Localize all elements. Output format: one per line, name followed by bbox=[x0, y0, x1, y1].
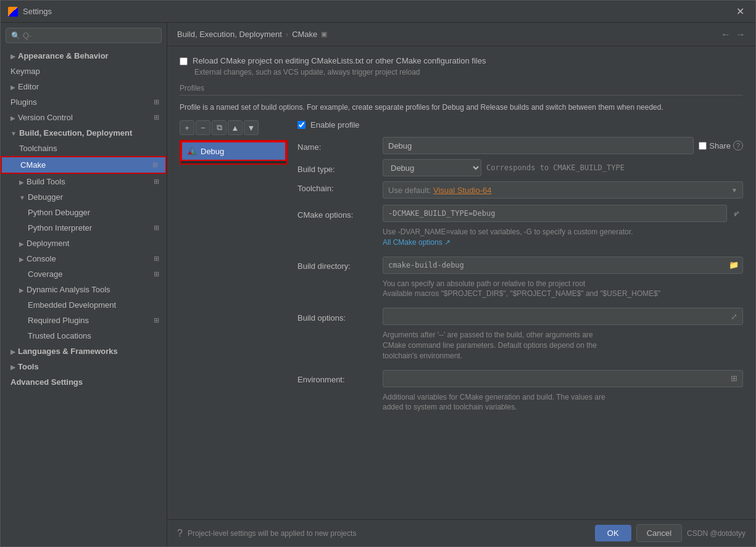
profile-debug-label: Debug bbox=[201, 147, 224, 156]
toolchain-dropdown[interactable]: Use default: Visual Studio-64 ▼ bbox=[383, 181, 743, 199]
env-icon-button[interactable]: ⊞ bbox=[727, 372, 741, 385]
sidebar-item-embedded-dev[interactable]: Embedded Development bbox=[1, 297, 167, 313]
breadcrumb-bar: Build, Execution, Deployment › CMake ▣ ←… bbox=[167, 23, 755, 46]
build-options-expand-btn[interactable]: ⤢ bbox=[727, 310, 741, 323]
expand-arrow: ▶ bbox=[10, 53, 15, 60]
breadcrumb-separator: › bbox=[286, 30, 288, 39]
form-section: Enable profile Name: Share ? bbox=[297, 120, 743, 421]
environment-input[interactable] bbox=[383, 370, 743, 387]
sidebar-item-debugger[interactable]: ▼Debugger bbox=[1, 189, 167, 205]
sidebar-item-dynamic-analysis[interactable]: ▶Dynamic Analysis Tools bbox=[1, 282, 167, 297]
sidebar-item-console[interactable]: ▶Console ⊞ bbox=[1, 251, 167, 266]
copy-profile-button[interactable]: ⧉ bbox=[212, 120, 226, 135]
build-options-input[interactable] bbox=[383, 308, 743, 325]
help-button[interactable]: ? bbox=[177, 528, 183, 539]
corresponds-text: Corresponds to CMAKE_BUILD_TYPE bbox=[486, 163, 625, 172]
add-profile-button[interactable]: + bbox=[180, 120, 194, 135]
build-type-select[interactable]: Debug Release RelWithDebInfo MinSizeRel bbox=[383, 159, 481, 176]
search-box[interactable]: 🔍 bbox=[6, 28, 162, 43]
reload-checkbox[interactable] bbox=[180, 57, 188, 65]
build-type-label: Build type: bbox=[297, 162, 378, 174]
cmake-options-input[interactable] bbox=[383, 205, 727, 222]
sidebar-item-plugins[interactable]: Plugins ⊞ bbox=[1, 94, 167, 110]
build-dir-row: Build directory: 📁 You can specify an ab… bbox=[297, 257, 743, 302]
profiles-desc: Profile is a named set of build options.… bbox=[180, 102, 743, 113]
help-icon[interactable]: ? bbox=[733, 141, 743, 150]
search-icon: 🔍 bbox=[11, 31, 20, 40]
expand-arrow: ▶ bbox=[10, 84, 15, 91]
profile-debug[interactable]: Debug bbox=[181, 141, 286, 161]
name-row: Name: Share ? bbox=[297, 137, 743, 154]
sidebar-item-tools[interactable]: ▶Tools bbox=[1, 359, 167, 374]
sidebar-item-toolchains[interactable]: Toolchains bbox=[1, 141, 167, 156]
cmake-options-link[interactable]: All CMake options ↗ bbox=[383, 238, 451, 247]
move-down-button[interactable]: ▼ bbox=[244, 120, 259, 135]
build-dir-label: Build directory: bbox=[297, 259, 378, 271]
sidebar-item-python-debugger[interactable]: Python Debugger bbox=[1, 205, 167, 220]
share-checkbox[interactable] bbox=[699, 142, 707, 150]
environment-hint: Additional variables for CMake generatio… bbox=[383, 392, 605, 413]
move-up-button[interactable]: ▲ bbox=[228, 120, 243, 135]
enable-profile-checkbox[interactable] bbox=[297, 121, 305, 129]
reload-label: Reload CMake project on editing CMakeLis… bbox=[193, 56, 486, 65]
sidebar-item-build-tools[interactable]: ▶Build Tools ⊞ bbox=[1, 174, 167, 189]
profiles-area: + − ⧉ ▲ ▼ bbox=[180, 120, 743, 421]
name-input[interactable] bbox=[383, 137, 694, 154]
expand-arrow: ▶ bbox=[19, 179, 24, 186]
build-dir-input[interactable] bbox=[383, 257, 743, 274]
sidebar-item-coverage[interactable]: Coverage ⊞ bbox=[1, 266, 167, 282]
profiles-left: + − ⧉ ▲ ▼ bbox=[180, 120, 288, 165]
sidebar-item-required-plugins[interactable]: Required Plugins ⊞ bbox=[1, 313, 167, 328]
environment-label: Environment: bbox=[297, 372, 378, 384]
cancel-button[interactable]: Cancel bbox=[636, 524, 682, 542]
build-options-row: Build options: ⤢ Arguments after '--' ar… bbox=[297, 308, 743, 363]
sidebar-item-appearance[interactable]: ▶Appearance & Behavior bbox=[1, 48, 167, 64]
cmake-icon bbox=[187, 146, 197, 156]
sidebar-item-keymap[interactable]: Keymap bbox=[1, 64, 167, 79]
search-input[interactable] bbox=[23, 31, 156, 40]
expand-arrow: ▼ bbox=[19, 194, 25, 201]
bottom-bar: ? Project-level settings will be applied… bbox=[167, 519, 755, 546]
cmake-options-add-btn[interactable]: + bbox=[729, 207, 742, 220]
sidebar-item-advanced[interactable]: Advanced Settings bbox=[1, 374, 167, 390]
close-button[interactable]: ✕ bbox=[733, 4, 748, 19]
profiles-section-label: Profiles bbox=[180, 84, 743, 96]
expand-arrow: ▶ bbox=[10, 364, 15, 371]
back-button[interactable]: ← bbox=[721, 29, 731, 40]
forward-button[interactable]: → bbox=[736, 29, 746, 40]
share-label: Share bbox=[709, 141, 731, 150]
share-checkbox-wrap: Share ? bbox=[699, 141, 743, 150]
edit-icon[interactable]: ▣ bbox=[321, 30, 327, 38]
name-label: Name: bbox=[297, 140, 378, 152]
expand-arrow: ▶ bbox=[10, 348, 15, 355]
profiles-list: Debug bbox=[180, 140, 288, 165]
sidebar-item-languages[interactable]: ▶Languages & Frameworks bbox=[1, 343, 167, 359]
sidebar-item-trusted-locations[interactable]: Trusted Locations bbox=[1, 328, 167, 343]
folder-icon-button[interactable]: 📁 bbox=[727, 258, 741, 272]
cmake-options-wrap: + ⤢ bbox=[383, 205, 743, 222]
icon-cmake: ⊞ bbox=[152, 161, 158, 169]
icon-vc: ⊞ bbox=[154, 113, 159, 121]
expand-arrow: ▶ bbox=[19, 256, 24, 263]
cmake-options-row: CMake options: + ⤢ Use -DVAR_NAME=value … bbox=[297, 205, 743, 250]
sidebar-item-python-interpreter[interactable]: Python Interpreter ⊞ bbox=[1, 220, 167, 236]
remove-profile-button[interactable]: − bbox=[196, 120, 210, 135]
toolchain-label: Toolchain: bbox=[297, 181, 378, 193]
build-options-wrap: ⤢ bbox=[383, 308, 743, 325]
sidebar-item-deployment[interactable]: ▶Deployment bbox=[1, 236, 167, 251]
settings-window: Settings ✕ 🔍 ▶Appearance & Behavior Keym… bbox=[0, 0, 756, 547]
sidebar-item-cmake[interactable]: CMake ⊞ bbox=[1, 156, 167, 174]
icon-pi: ⊞ bbox=[154, 224, 159, 232]
expand-arrow: ▶ bbox=[19, 287, 24, 294]
sidebar-item-editor[interactable]: ▶Editor bbox=[1, 79, 167, 94]
sidebar-item-build-execution[interactable]: ▼Build, Execution, Deployment bbox=[1, 125, 167, 141]
ok-button[interactable]: OK bbox=[595, 525, 631, 541]
build-dir-wrap: 📁 bbox=[383, 257, 743, 274]
enable-profile-row: Enable profile bbox=[297, 120, 743, 130]
build-options-hint: Arguments after '--' are passed to the b… bbox=[383, 330, 597, 361]
cmake-options-label: CMake options: bbox=[297, 208, 378, 220]
sidebar-item-version-control[interactable]: ▶Version Control ⊞ bbox=[1, 110, 167, 125]
icon-bt: ⊞ bbox=[154, 178, 159, 186]
toolchain-value: Use default: Visual Studio-64 bbox=[388, 186, 491, 195]
expand-arrow: ▶ bbox=[19, 241, 24, 247]
